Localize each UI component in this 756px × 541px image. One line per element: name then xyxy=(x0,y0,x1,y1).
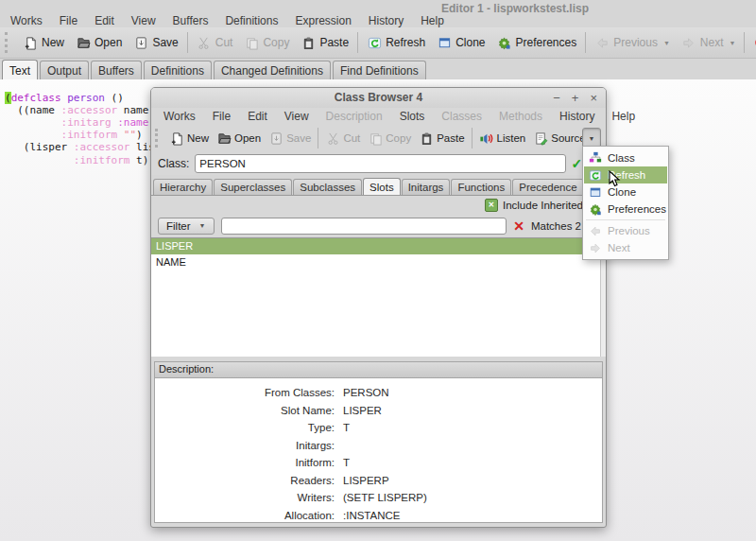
class-browser-toolbar-open-button[interactable]: Open xyxy=(213,131,265,146)
editor-toolbar-previous-button: Previous▼ xyxy=(589,35,676,50)
editor-toolbar-clone-button[interactable]: Clone xyxy=(431,35,490,50)
class-browser-toolbar-source-label: Source xyxy=(551,132,582,144)
class-browser-toolbar-drag-handle[interactable] xyxy=(155,129,161,148)
class-browser-toolbar-items: NewOpenSaveCutCopyPasteListenSourceInspe… xyxy=(151,123,582,153)
description-field-label: Initargs: xyxy=(155,440,343,451)
class-browser-menu-works[interactable]: Works xyxy=(155,110,204,123)
class-browser-tab-initargs[interactable]: Initargs xyxy=(402,179,451,195)
filter-button-label: Filter xyxy=(166,220,191,232)
class-browser-toolbar-new-button[interactable]: New xyxy=(165,131,213,146)
editor-menu-view[interactable]: View xyxy=(123,14,164,27)
code-token: ( xyxy=(5,92,11,104)
editor-toolbar-drag-handle[interactable] xyxy=(5,32,10,53)
editor-tab-changed-definitions[interactable]: Changed Definitions xyxy=(214,61,331,80)
class-browser-toolbar-listen-button[interactable]: Listen xyxy=(475,131,530,146)
slot-list-item-name[interactable]: NAME xyxy=(151,254,606,270)
class-browser-tab-hierarchy[interactable]: Hierarchy xyxy=(153,179,213,195)
editor-menu-file[interactable]: File xyxy=(51,14,86,27)
code-token: :accessor xyxy=(74,141,130,153)
clone-window-icon xyxy=(589,185,602,199)
editor-menu-works[interactable]: Works xyxy=(2,14,51,27)
editor-menu-edit[interactable]: Edit xyxy=(86,14,123,27)
class-browser-tab-slots[interactable]: Slots xyxy=(363,178,401,195)
slot-list-item-lisper[interactable]: LISPER xyxy=(151,238,606,254)
refresh-icon xyxy=(589,168,602,182)
maximize-button[interactable]: + xyxy=(572,88,579,108)
editor-toolbar-previous-label: Previous xyxy=(613,36,658,49)
new-document-icon xyxy=(23,35,38,50)
open-folder-icon xyxy=(76,35,91,50)
code-token: :initform xyxy=(74,154,130,166)
toolbar-separator xyxy=(585,32,586,53)
class-browser-menu-edit[interactable]: Edit xyxy=(239,110,276,123)
code-token xyxy=(5,129,61,141)
class-browser-menu-history[interactable]: History xyxy=(551,110,603,123)
class-browser-menu-slots[interactable]: Slots xyxy=(391,110,434,123)
class-browser-title: Class Browser 4 xyxy=(335,91,422,104)
editor-toolbar-open-button[interactable]: Open xyxy=(70,35,128,50)
arrow-right-icon xyxy=(681,35,696,50)
toolbar-separator xyxy=(187,32,188,53)
editor-toolbar-preferences-label: Preferences xyxy=(516,36,577,49)
dropdown-menu-item-refresh[interactable]: Refresh xyxy=(584,166,667,183)
dropdown-menu-item-preferences[interactable]: Preferences xyxy=(584,201,667,218)
editor-tab-buffers[interactable]: Buffers xyxy=(91,61,142,80)
description-field-row: From Classes:PERSON xyxy=(155,384,602,402)
chevron-down-icon: ▼ xyxy=(730,40,736,46)
minimize-button[interactable]: − xyxy=(553,88,560,108)
code-token: ((name xyxy=(5,104,61,116)
class-browser-menu-help[interactable]: Help xyxy=(603,110,644,123)
class-browser-menu-view[interactable]: View xyxy=(276,110,318,123)
editor-toolbar-copy-label: Copy xyxy=(263,36,289,49)
dropdown-menu-item-clone[interactable]: Clone xyxy=(584,183,667,201)
dropdown-menu-item-class[interactable]: Class xyxy=(584,149,667,166)
editor-tab-definitions[interactable]: Definitions xyxy=(144,61,212,80)
editor-tab-find-definitions[interactable]: Find Definitions xyxy=(333,61,426,80)
class-browser-toolbar-save-button: Save xyxy=(265,131,315,146)
copy-icon xyxy=(368,131,383,146)
class-browser-tab-functions[interactable]: Functions xyxy=(451,179,511,195)
description-field-label: Writers: xyxy=(155,492,343,503)
editor-menu-definitions[interactable]: Definitions xyxy=(216,14,286,27)
class-hierarchy-icon xyxy=(589,151,602,165)
code-token: :initarg xyxy=(61,116,112,129)
class-browser-titlebar[interactable]: Class Browser 4 −+× xyxy=(151,88,606,108)
clear-filter-x-icon[interactable]: ✕ xyxy=(513,219,524,233)
preferences-gear-icon xyxy=(497,35,512,50)
editor-toolbar-save-label: Save xyxy=(152,36,178,49)
description-field-label: From Classes: xyxy=(155,387,343,398)
class-browser-toolbar-paste-button[interactable]: Paste xyxy=(415,131,468,146)
code-token: :initform xyxy=(61,129,118,141)
class-browser-tab-subclasses[interactable]: Subclasses xyxy=(293,179,362,195)
class-browser-tab-precedence[interactable]: Precedence xyxy=(512,179,583,195)
class-browser-menu-file[interactable]: File xyxy=(204,110,239,123)
class-browser-tab-superclasses[interactable]: Superclasses xyxy=(214,179,292,195)
editor-menu-help[interactable]: Help xyxy=(412,14,453,27)
editor-toolbar-paste-button[interactable]: Paste xyxy=(295,35,354,50)
editor-toolbar-save-button[interactable]: Save xyxy=(128,35,183,50)
editor-toolbar-breakpoint-button[interactable]: Breakpoint xyxy=(747,35,756,50)
editor-toolbar-new-button[interactable]: New xyxy=(17,35,70,50)
editor-menu-buffers[interactable]: Buffers xyxy=(164,14,217,27)
include-inherited-checkbox[interactable]: ✕ xyxy=(485,199,498,212)
class-browser-toolbar-source-button[interactable]: Source xyxy=(529,131,582,146)
paste-clipboard-icon xyxy=(301,35,316,50)
description-field-value: T xyxy=(343,422,350,433)
editor-menu-history[interactable]: History xyxy=(360,14,412,27)
class-browser-window: Class Browser 4 −+× WorksFileEditViewDes… xyxy=(150,87,607,528)
close-button[interactable]: × xyxy=(590,88,597,108)
editor-toolbar-refresh-button[interactable]: Refresh xyxy=(361,35,431,50)
confirm-check-icon[interactable]: ✓ xyxy=(572,157,583,170)
dropdown-menu-item-label: Next xyxy=(608,242,630,253)
class-name-input[interactable] xyxy=(195,154,565,173)
filter-input[interactable] xyxy=(221,218,507,235)
window-buttons: −+× xyxy=(553,88,597,108)
code-token: :name xyxy=(117,116,148,129)
editor-menu-expression[interactable]: Expression xyxy=(286,14,359,27)
editor-titlebar[interactable]: Editor 1 - lispworkstest.lisp xyxy=(0,0,756,14)
dropdown-menu-item-label: Class xyxy=(608,152,635,164)
editor-tab-output[interactable]: Output xyxy=(40,61,89,80)
editor-tab-text[interactable]: Text xyxy=(2,60,38,80)
editor-toolbar-preferences-button[interactable]: Preferences xyxy=(491,35,583,50)
filter-dropdown-button[interactable]: Filter ▼ xyxy=(158,218,215,235)
